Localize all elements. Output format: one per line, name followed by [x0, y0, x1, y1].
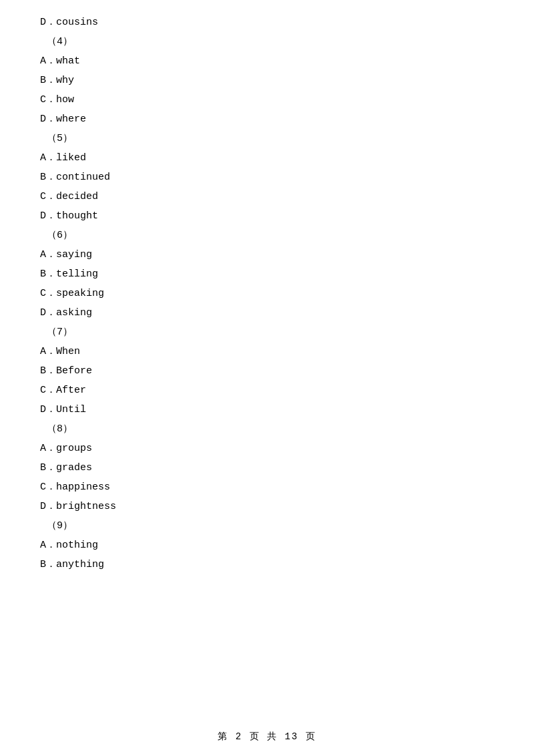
d5-line: D．thought [40, 207, 494, 225]
c4-line: C．how [40, 91, 494, 109]
d6-line: D．asking [40, 304, 494, 322]
a7-line: A．When [40, 343, 494, 361]
page-footer: 第 2 页 共 13 页 [0, 731, 534, 743]
b4-line: B．why [40, 71, 494, 89]
d8-line: D．brightness [40, 498, 494, 516]
d4-line: D．where [40, 110, 494, 128]
section-9-number: （9） [47, 517, 494, 535]
page-content: D．cousins （4） A．what B．why C．how D．where… [0, 0, 534, 615]
d7-line: D．Until [40, 401, 494, 419]
a4-line: A．what [40, 52, 494, 70]
b5-line: B．continued [40, 168, 494, 186]
a6-line: A．saying [40, 246, 494, 264]
section-5-number: （5） [47, 130, 494, 148]
section-8-number: （8） [47, 420, 494, 438]
section-4-number: （4） [47, 33, 494, 51]
d-cousins-line: D．cousins [40, 13, 494, 31]
b7-line: B．Before [40, 362, 494, 380]
a5-line: A．liked [40, 149, 494, 167]
section-7-number: （7） [47, 323, 494, 341]
a9-line: A．nothing [40, 536, 494, 554]
c7-line: C．After [40, 381, 494, 399]
a8-line: A．groups [40, 439, 494, 457]
c6-line: C．speaking [40, 285, 494, 303]
c8-line: C．happiness [40, 478, 494, 496]
b8-line: B．grades [40, 459, 494, 477]
b6-line: B．telling [40, 265, 494, 283]
section-6-number: （6） [47, 226, 494, 244]
c5-line: C．decided [40, 188, 494, 206]
b9-line: B．anything [40, 556, 494, 574]
